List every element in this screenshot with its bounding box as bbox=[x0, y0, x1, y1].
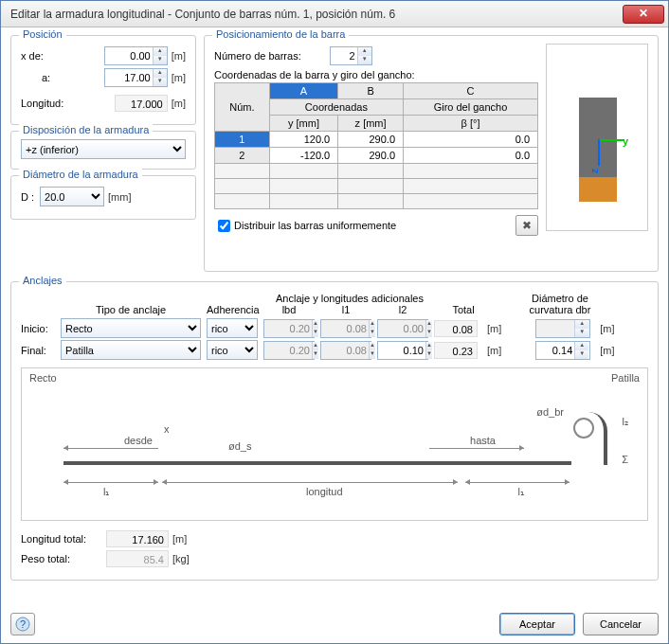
svg-text:?: ? bbox=[20, 618, 26, 630]
coord-label: Coordenadas de la barra y giro del ganch… bbox=[214, 69, 538, 80]
cancel-button[interactable]: Cancelar bbox=[583, 613, 659, 635]
col-num: Núm. bbox=[215, 83, 270, 132]
section-preview: y z bbox=[546, 44, 648, 231]
unit-m: [m] bbox=[172, 50, 186, 62]
inicio-l1: ▲▼ bbox=[320, 319, 371, 338]
d-label: D : bbox=[21, 191, 34, 203]
posicionamiento-group: Posicionamiento de la barra Número de ba… bbox=[204, 35, 659, 272]
final-l2[interactable]: ▲▼ bbox=[377, 341, 428, 360]
a-label: a: bbox=[21, 72, 50, 83]
disposicion-legend: Disposición de la armadura bbox=[19, 124, 153, 135]
table-row[interactable]: 2 -120.0 290.0 0.0 bbox=[215, 148, 538, 164]
numbarras-label: Número de barras: bbox=[214, 50, 301, 62]
posicion-legend: Posición bbox=[19, 28, 66, 40]
final-dbr[interactable]: ▲▼ bbox=[535, 341, 590, 360]
disposicion-select[interactable]: +z (inferior) bbox=[21, 139, 186, 159]
xde-label: x de: bbox=[21, 50, 44, 62]
close-button[interactable]: ✕ bbox=[623, 5, 664, 24]
ok-button[interactable]: Aceptar bbox=[499, 613, 575, 635]
inicio-l2: ▲▼ bbox=[377, 319, 428, 338]
spin-up-icon[interactable]: ▲ bbox=[154, 69, 167, 78]
diametro-legend: Diámetro de la armadura bbox=[19, 169, 142, 180]
longitud-label: Longitud: bbox=[21, 98, 63, 109]
y-axis-label: y bbox=[623, 135, 628, 147]
spin-down-icon[interactable]: ▼ bbox=[154, 56, 167, 64]
coord-table[interactable]: Núm. A B C Coordenadas Giro del gancho bbox=[214, 82, 538, 209]
col-a[interactable]: A bbox=[269, 83, 337, 99]
inicio-tipo-select[interactable]: Recto bbox=[61, 318, 201, 338]
table-row[interactable]: 1 120.0 290.0 0.0 bbox=[215, 132, 538, 148]
inicio-dbr: ▲▼ bbox=[535, 319, 590, 338]
col-c[interactable]: C bbox=[404, 83, 538, 99]
titlebar: Editar la armadura longitudinal - Conjun… bbox=[1, 1, 668, 27]
spin-down-icon[interactable]: ▼ bbox=[154, 78, 167, 86]
inicio-total: 0.08 bbox=[434, 320, 478, 337]
longitud-total-label: Longitud total: bbox=[21, 533, 106, 545]
spin-up-icon[interactable]: ▲ bbox=[154, 47, 167, 56]
diametro-select[interactable]: 20.0 bbox=[40, 187, 104, 206]
a-input[interactable]: ▲▼ bbox=[104, 68, 168, 87]
final-total: 0.23 bbox=[434, 342, 478, 359]
distribuir-checkbox[interactable] bbox=[218, 220, 230, 232]
longitud-value: 17.000 bbox=[115, 95, 168, 112]
help-icon: ? bbox=[15, 617, 30, 632]
z-axis-label: z bbox=[589, 169, 600, 173]
anchor-diagram: Recto Patilla ød_br desde x ød_s hasta l… bbox=[21, 367, 648, 521]
help-button[interactable]: ? bbox=[10, 613, 35, 635]
longitud-total-value: 17.160 bbox=[106, 530, 169, 547]
col-b[interactable]: B bbox=[338, 83, 404, 99]
posicion-group: Posición x de: ▲▼ [m] a: bbox=[10, 35, 196, 125]
peso-total-label: Peso total: bbox=[21, 553, 106, 564]
final-lbd: ▲▼ bbox=[263, 341, 315, 360]
anclajes-group: Anclajes Tipo de anclaje Adherencia Ancl… bbox=[10, 281, 659, 581]
numbarras-input[interactable]: ▲▼ bbox=[330, 46, 372, 65]
inicio-adh-select[interactable]: rico bbox=[207, 318, 258, 338]
disposicion-group: Disposición de la armadura +z (inferior) bbox=[10, 131, 196, 170]
inicio-lbd: ▲▼ bbox=[263, 319, 315, 338]
diametro-group: Diámetro de la armadura D : 20.0 [mm] bbox=[10, 175, 196, 220]
final-tipo-select[interactable]: Patilla bbox=[61, 340, 201, 360]
xde-input[interactable]: ▲▼ bbox=[104, 46, 168, 65]
distribuir-label: Distribuir las barras uniformemente bbox=[234, 220, 396, 231]
window-title: Editar la armadura longitudinal - Conjun… bbox=[10, 8, 623, 21]
delete-icon[interactable]: ✖ bbox=[515, 215, 538, 236]
final-adh-select[interactable]: rico bbox=[207, 340, 258, 360]
peso-total-value: 85.4 bbox=[106, 550, 169, 567]
final-l1: ▲▼ bbox=[320, 341, 371, 360]
